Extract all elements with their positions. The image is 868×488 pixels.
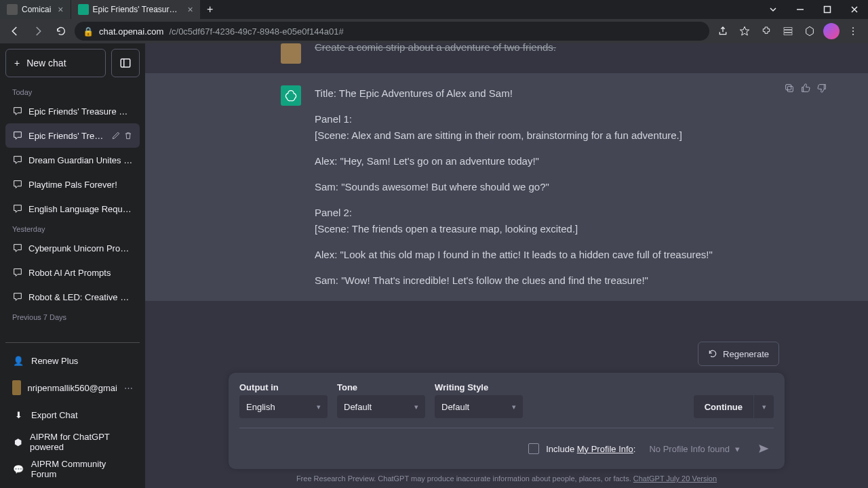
chat-icon: [12, 106, 23, 117]
trash-icon[interactable]: [123, 131, 133, 140]
forward-button[interactable]: [28, 22, 47, 41]
aiprm-forum-link[interactable]: 💬AIPRM Community Forum: [5, 455, 140, 483]
chat-icon: [12, 203, 23, 214]
browser-tab[interactable]: Epic Friends' Treasure Hunt ×: [71, 0, 201, 19]
new-tab-button[interactable]: +: [201, 0, 220, 19]
chat-icon: [12, 179, 23, 190]
export-chat-button[interactable]: ⬇Export Chat: [5, 401, 140, 428]
section-label-prev7: Previous 7 Days: [5, 309, 140, 324]
tone-label: Tone: [337, 382, 425, 392]
my-profile-info-link[interactable]: My Profile Info: [577, 444, 633, 454]
svg-point-4: [852, 27, 854, 28]
new-chat-button[interactable]: + New chat: [5, 49, 106, 77]
thumbs-down-icon[interactable]: [816, 83, 827, 94]
chat-icon: [12, 243, 23, 253]
chevron-down-icon: ▾: [762, 403, 766, 411]
svg-rect-1: [784, 28, 792, 30]
tone-select[interactable]: Default▾: [337, 395, 425, 418]
sidebar-item-label: Epic Friends' Treasure: [28, 131, 106, 141]
section-label-yesterday: Yesterday: [5, 221, 140, 236]
select-value: No Profile Info found: [649, 444, 730, 454]
conversation-area: AIPRM AIPRM Create a comic strip about a…: [145, 43, 868, 488]
address-bar[interactable]: 🔒 chat.openai.com/c/0c5df67f-4236-49c7-8…: [75, 22, 709, 41]
message-line: Sam: "Sounds awesome! But where should w…: [315, 179, 735, 195]
sidebar-item[interactable]: Robot AI Art Prompts: [5, 260, 140, 285]
continue-label: Continue: [705, 402, 743, 412]
sidebar-item-label: Epic Friends' Treasure Hunt: [28, 106, 133, 117]
chevron-down-icon: ▾: [317, 403, 321, 411]
chevron-down-icon: ▾: [512, 403, 516, 411]
message-line: Title: The Epic Adventures of Alex and S…: [315, 85, 735, 102]
minimize-icon[interactable]: [787, 0, 814, 19]
continue-button[interactable]: Continue: [694, 395, 753, 418]
messages: AIPRM Create a comic strip about a adven…: [145, 43, 868, 335]
share-icon[interactable]: [713, 22, 732, 41]
aiprm-powered-link[interactable]: ⬢AIPRM for ChatGPT powered: [5, 428, 140, 455]
profile-avatar[interactable]: [822, 22, 841, 41]
disclaimer-text: Free Research Preview. ChatGPT may produ…: [229, 474, 785, 483]
user-message-text: Create a comic strip about a adventure o…: [315, 43, 735, 56]
browser-tab[interactable]: Comicai ×: [0, 0, 71, 19]
extensions-icon[interactable]: [757, 22, 776, 41]
chat-icon: [12, 130, 23, 141]
sidebar-item-label: English Language Request: [28, 204, 133, 214]
output-in-label: Output in: [239, 382, 328, 392]
message-line: [Scene: The friends open a treasure map,…: [315, 223, 578, 235]
output-in-select[interactable]: English▾: [239, 395, 328, 418]
reading-list-icon[interactable]: [778, 22, 797, 41]
star-icon[interactable]: [735, 22, 754, 41]
user-menu[interactable]: nripenmallik560@gmai⋯: [5, 374, 140, 401]
sidebar-item[interactable]: Playtime Pals Forever!: [5, 172, 140, 197]
select-value: Default: [344, 402, 372, 412]
svg-rect-8: [787, 86, 793, 92]
continue-dropdown[interactable]: ▾: [753, 395, 774, 418]
export-label: Export Chat: [31, 410, 78, 420]
forum-icon: 💬: [12, 463, 24, 475]
version-link[interactable]: ChatGPT July 20 Version: [633, 474, 717, 483]
chat-icon: [12, 267, 23, 278]
lock-icon: 🔒: [83, 26, 94, 37]
prompt-input-container: Output in English▾ Tone Default▾ Writing…: [229, 373, 785, 469]
reload-button[interactable]: [52, 22, 71, 41]
profile-info-select[interactable]: No Profile Info found▾: [642, 438, 747, 460]
thumbs-up-icon[interactable]: [800, 83, 811, 94]
browser-tabs: Comicai × Epic Friends' Treasure Hunt × …: [0, 0, 760, 19]
sidebar-item[interactable]: Robot & LED: Creative Prompt: [5, 285, 140, 309]
collapse-sidebar-button[interactable]: [111, 49, 140, 77]
avatar: [281, 43, 301, 64]
close-icon[interactable]: ×: [58, 4, 63, 15]
assistant-avatar: [281, 85, 301, 106]
aiprm-ext-icon[interactable]: [800, 22, 819, 41]
section-label-today: Today: [5, 84, 140, 99]
maximize-icon[interactable]: [814, 0, 841, 19]
include-profile-checkbox[interactable]: [528, 443, 539, 454]
sidebar-item[interactable]: English Language Request: [5, 197, 140, 221]
sidebar-item-label: Robot AI Art Prompts: [28, 268, 133, 278]
writing-style-select[interactable]: Default▾: [435, 395, 523, 418]
sidebar-item-label: Playtime Pals Forever!: [28, 180, 133, 190]
edit-icon[interactable]: [111, 131, 121, 140]
chevron-down-icon[interactable]: [760, 0, 787, 19]
copy-icon[interactable]: [784, 83, 795, 94]
message-line: Alex: "Hey, Sam! Let's go on an adventur…: [315, 153, 735, 169]
close-icon[interactable]: [841, 0, 868, 19]
aiprm-icon: ⬢: [12, 436, 23, 448]
browser-toolbar: 🔒 chat.openai.com/c/0c5df67f-4236-49c7-8…: [0, 19, 868, 43]
forum-label: AIPRM Community Forum: [31, 459, 133, 479]
sidebar-item[interactable]: Epic Friends' Treasure Hunt: [5, 99, 140, 123]
close-icon[interactable]: ×: [188, 4, 193, 15]
svg-rect-3: [784, 33, 792, 35]
sidebar-item[interactable]: Dream Guardian Unites Lumor: [5, 148, 140, 172]
toolbar-actions: [713, 22, 863, 41]
back-button[interactable]: [5, 22, 24, 41]
sidebar-item[interactable]: Epic Friends' Treasure: [5, 123, 140, 148]
regenerate-button[interactable]: Regenerate: [698, 342, 779, 366]
user-message: Create a comic strip about a adventure o…: [145, 43, 868, 73]
assistant-message: Title: The Epic Adventures of Alex and S…: [145, 73, 868, 301]
renew-plus-button[interactable]: 👤Renew Plus: [5, 347, 140, 374]
sidebar-item[interactable]: Cyberpunk Unicorn Prompts: [5, 236, 140, 260]
sidebar: + New chat Today Epic Friends' Treasure …: [0, 43, 145, 488]
ellipsis-icon: ⋯: [124, 383, 133, 393]
send-button[interactable]: [753, 439, 774, 459]
menu-icon[interactable]: [844, 22, 863, 41]
